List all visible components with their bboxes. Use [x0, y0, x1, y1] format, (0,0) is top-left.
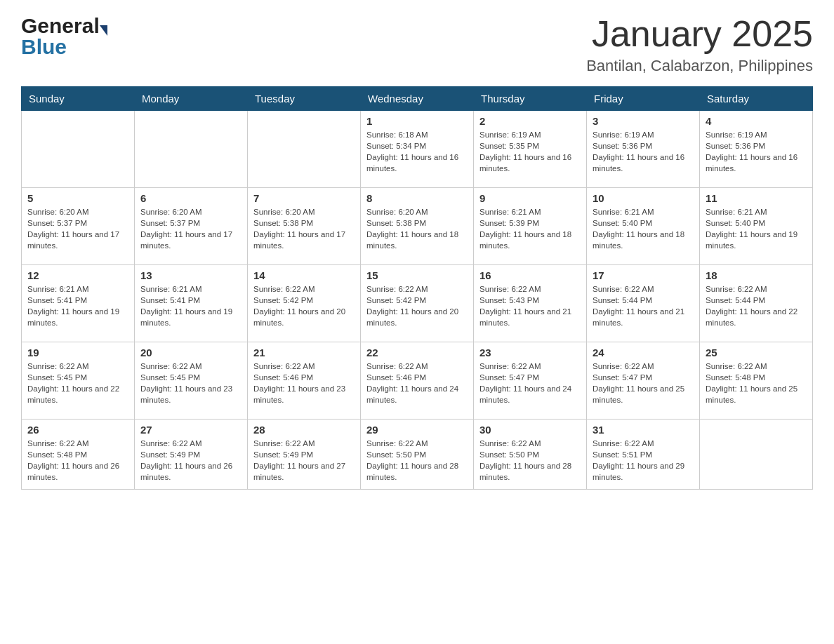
- day-number: 6: [140, 192, 241, 204]
- day-number: 30: [479, 424, 581, 436]
- day-number: 24: [593, 347, 694, 358]
- day-info: Sunrise: 6:22 AMSunset: 5:45 PMDaylight:…: [27, 361, 128, 405]
- table-row: 24Sunrise: 6:22 AMSunset: 5:47 PMDayligh…: [587, 342, 700, 420]
- table-row: [248, 111, 361, 188]
- col-wednesday: Wednesday: [361, 87, 474, 111]
- table-row: [22, 111, 135, 188]
- day-number: 21: [253, 347, 355, 358]
- day-number: 7: [253, 192, 355, 204]
- table-row: 15Sunrise: 6:22 AMSunset: 5:42 PMDayligh…: [361, 265, 474, 342]
- day-info: Sunrise: 6:22 AMSunset: 5:46 PMDaylight:…: [253, 361, 355, 405]
- day-info: Sunrise: 6:22 AMSunset: 5:43 PMDaylight:…: [479, 283, 581, 328]
- day-info: Sunrise: 6:22 AMSunset: 5:48 PMDaylight:…: [27, 438, 128, 483]
- table-row: 13Sunrise: 6:21 AMSunset: 5:41 PMDayligh…: [135, 265, 248, 342]
- day-number: 22: [366, 347, 468, 358]
- table-row: 31Sunrise: 6:22 AMSunset: 5:51 PMDayligh…: [587, 420, 700, 490]
- title-section: January 2025 Bantilan, Calabarzon, Phili…: [586, 14, 813, 75]
- day-info: Sunrise: 6:21 AMSunset: 5:40 PMDaylight:…: [593, 206, 694, 251]
- calendar-table: Sunday Monday Tuesday Wednesday Thursday…: [21, 86, 813, 490]
- day-info: Sunrise: 6:22 AMSunset: 5:51 PMDaylight:…: [593, 438, 694, 483]
- day-number: 16: [479, 269, 581, 281]
- calendar-week-4: 19Sunrise: 6:22 AMSunset: 5:45 PMDayligh…: [22, 342, 813, 420]
- day-info: Sunrise: 6:22 AMSunset: 5:48 PMDaylight:…: [706, 361, 807, 405]
- day-number: 31: [593, 424, 694, 436]
- table-row: 12Sunrise: 6:21 AMSunset: 5:41 PMDayligh…: [22, 265, 135, 342]
- table-row: 7Sunrise: 6:20 AMSunset: 5:38 PMDaylight…: [248, 188, 361, 265]
- day-info: Sunrise: 6:22 AMSunset: 5:44 PMDaylight:…: [593, 283, 694, 328]
- day-info: Sunrise: 6:19 AMSunset: 5:36 PMDaylight:…: [706, 129, 807, 174]
- day-info: Sunrise: 6:22 AMSunset: 5:49 PMDaylight:…: [253, 438, 355, 483]
- day-info: Sunrise: 6:22 AMSunset: 5:47 PMDaylight:…: [479, 361, 581, 405]
- table-row: 29Sunrise: 6:22 AMSunset: 5:50 PMDayligh…: [361, 420, 474, 490]
- page-header: General Blue January 2025 Bantilan, Cala…: [21, 14, 813, 75]
- logo: General Blue: [21, 14, 108, 59]
- month-title: January 2025: [586, 14, 813, 54]
- day-info: Sunrise: 6:21 AMSunset: 5:40 PMDaylight:…: [706, 206, 807, 251]
- logo-blue-label: Blue: [21, 35, 67, 58]
- table-row: 25Sunrise: 6:22 AMSunset: 5:48 PMDayligh…: [700, 342, 813, 420]
- day-number: 23: [479, 347, 581, 358]
- day-info: Sunrise: 6:22 AMSunset: 5:50 PMDaylight:…: [479, 438, 581, 483]
- day-info: Sunrise: 6:21 AMSunset: 5:41 PMDaylight:…: [27, 283, 128, 328]
- day-number: 10: [593, 192, 694, 204]
- table-row: 4Sunrise: 6:19 AMSunset: 5:36 PMDaylight…: [700, 111, 813, 188]
- day-number: 3: [593, 115, 694, 127]
- day-number: 5: [27, 192, 128, 204]
- calendar-header-row: Sunday Monday Tuesday Wednesday Thursday…: [22, 87, 813, 111]
- col-monday: Monday: [135, 87, 248, 111]
- day-number: 20: [140, 347, 241, 358]
- day-info: Sunrise: 6:19 AMSunset: 5:36 PMDaylight:…: [593, 129, 694, 174]
- table-row: 26Sunrise: 6:22 AMSunset: 5:48 PMDayligh…: [22, 420, 135, 490]
- day-number: 29: [366, 424, 468, 436]
- table-row: 20Sunrise: 6:22 AMSunset: 5:45 PMDayligh…: [135, 342, 248, 420]
- col-saturday: Saturday: [700, 87, 813, 111]
- day-info: Sunrise: 6:21 AMSunset: 5:41 PMDaylight:…: [140, 283, 241, 328]
- table-row: 2Sunrise: 6:19 AMSunset: 5:35 PMDaylight…: [474, 111, 587, 188]
- day-number: 14: [253, 269, 355, 281]
- day-number: 15: [366, 269, 468, 281]
- day-info: Sunrise: 6:22 AMSunset: 5:46 PMDaylight:…: [366, 361, 468, 405]
- day-number: 9: [479, 192, 581, 204]
- day-number: 4: [706, 115, 807, 127]
- table-row: 28Sunrise: 6:22 AMSunset: 5:49 PMDayligh…: [248, 420, 361, 490]
- day-info: Sunrise: 6:20 AMSunset: 5:38 PMDaylight:…: [366, 206, 468, 251]
- table-row: 27Sunrise: 6:22 AMSunset: 5:49 PMDayligh…: [135, 420, 248, 490]
- table-row: 30Sunrise: 6:22 AMSunset: 5:50 PMDayligh…: [474, 420, 587, 490]
- table-row: 17Sunrise: 6:22 AMSunset: 5:44 PMDayligh…: [587, 265, 700, 342]
- logo-block: General Blue: [21, 14, 108, 59]
- day-number: 19: [27, 347, 128, 358]
- day-info: Sunrise: 6:22 AMSunset: 5:45 PMDaylight:…: [140, 361, 241, 405]
- table-row: 9Sunrise: 6:21 AMSunset: 5:39 PMDaylight…: [474, 188, 587, 265]
- day-number: 17: [593, 269, 694, 281]
- calendar-week-2: 5Sunrise: 6:20 AMSunset: 5:37 PMDaylight…: [22, 188, 813, 265]
- table-row: 16Sunrise: 6:22 AMSunset: 5:43 PMDayligh…: [474, 265, 587, 342]
- table-row: 19Sunrise: 6:22 AMSunset: 5:45 PMDayligh…: [22, 342, 135, 420]
- table-row: 5Sunrise: 6:20 AMSunset: 5:37 PMDaylight…: [22, 188, 135, 265]
- table-row: 3Sunrise: 6:19 AMSunset: 5:36 PMDaylight…: [587, 111, 700, 188]
- logo-general-label: General: [21, 14, 100, 38]
- col-friday: Friday: [587, 87, 700, 111]
- calendar-week-3: 12Sunrise: 6:21 AMSunset: 5:41 PMDayligh…: [22, 265, 813, 342]
- table-row: [135, 111, 248, 188]
- table-row: 10Sunrise: 6:21 AMSunset: 5:40 PMDayligh…: [587, 188, 700, 265]
- location-text: Bantilan, Calabarzon, Philippines: [586, 57, 813, 75]
- day-number: 13: [140, 269, 241, 281]
- day-info: Sunrise: 6:18 AMSunset: 5:34 PMDaylight:…: [366, 129, 468, 174]
- calendar-week-5: 26Sunrise: 6:22 AMSunset: 5:48 PMDayligh…: [22, 420, 813, 490]
- day-info: Sunrise: 6:22 AMSunset: 5:50 PMDaylight:…: [366, 438, 468, 483]
- day-info: Sunrise: 6:22 AMSunset: 5:42 PMDaylight:…: [253, 283, 355, 328]
- table-row: 22Sunrise: 6:22 AMSunset: 5:46 PMDayligh…: [361, 342, 474, 420]
- day-number: 2: [479, 115, 581, 127]
- day-info: Sunrise: 6:20 AMSunset: 5:37 PMDaylight:…: [27, 206, 128, 251]
- table-row: 1Sunrise: 6:18 AMSunset: 5:34 PMDaylight…: [361, 111, 474, 188]
- day-number: 25: [706, 347, 807, 358]
- table-row: 21Sunrise: 6:22 AMSunset: 5:46 PMDayligh…: [248, 342, 361, 420]
- calendar-week-1: 1Sunrise: 6:18 AMSunset: 5:34 PMDaylight…: [22, 111, 813, 188]
- table-row: 23Sunrise: 6:22 AMSunset: 5:47 PMDayligh…: [474, 342, 587, 420]
- day-info: Sunrise: 6:22 AMSunset: 5:47 PMDaylight:…: [593, 361, 694, 405]
- day-number: 12: [27, 269, 128, 281]
- day-info: Sunrise: 6:19 AMSunset: 5:35 PMDaylight:…: [479, 129, 581, 174]
- table-row: [700, 420, 813, 490]
- table-row: 11Sunrise: 6:21 AMSunset: 5:40 PMDayligh…: [700, 188, 813, 265]
- table-row: 8Sunrise: 6:20 AMSunset: 5:38 PMDaylight…: [361, 188, 474, 265]
